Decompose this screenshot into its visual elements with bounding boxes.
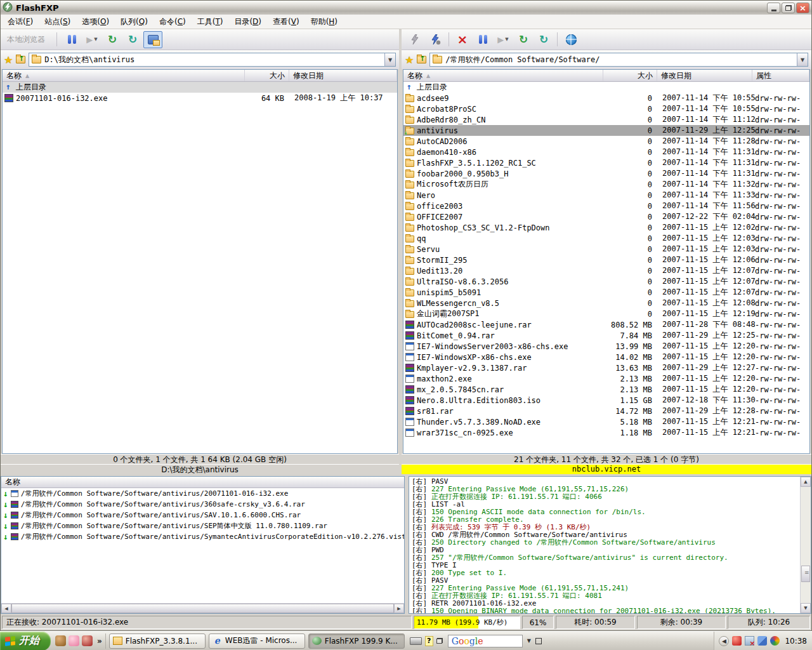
- help-icon[interactable]: ?: [425, 636, 433, 646]
- pause-button[interactable]: [62, 31, 81, 48]
- menu-item[interactable]: 命令(C): [154, 15, 192, 29]
- refresh-button[interactable]: ↻: [123, 31, 142, 48]
- column-header-date[interactable]: 修改日期: [289, 70, 397, 81]
- file-row[interactable]: Uedit13.2002007-11-15 上午 12:07drw-rw-rw-: [403, 265, 809, 276]
- local-path-dropdown[interactable]: ▼: [384, 53, 395, 66]
- restore-toolbar-icon[interactable]: [436, 638, 443, 644]
- file-row[interactable]: 上层目录: [403, 82, 809, 93]
- file-row[interactable]: UltraISO-v8.6.3.205602007-11-15 上午 12:07…: [403, 276, 809, 287]
- file-row[interactable]: acdsee902007-11-14 下午 10:55drw-rw-rw-: [403, 93, 809, 103]
- file-row[interactable]: Acrobat8ProSC02007-11-14 下午 10:55drw-rw-…: [403, 103, 809, 114]
- folder-up-icon[interactable]: [16, 56, 25, 63]
- menu-item[interactable]: 队列(Q): [115, 15, 154, 29]
- queue-item[interactable]: ↓/常用软件/Common Software/Software/antiviru…: [1, 488, 404, 499]
- file-row[interactable]: Microsoft农历日历02007-11-14 下午 11:32drw-rw-…: [403, 179, 809, 190]
- taskbar-task-button[interactable]: FlashFXP_3.3.8.1...: [109, 633, 206, 649]
- scroll-track[interactable]: [801, 487, 811, 603]
- file-row[interactable]: WLMessengercn_v8.502007-11-15 上午 12:08dr…: [403, 298, 809, 308]
- remote-path-dropdown[interactable]: ▼: [797, 53, 808, 66]
- go-button[interactable]: ▶▼: [82, 31, 102, 48]
- quick-connect-button[interactable]: [405, 31, 424, 48]
- menu-item[interactable]: 站点(S): [39, 15, 76, 29]
- file-row[interactable]: antivirus02007-11-29 上午 12:25drw-rw-rw-: [403, 125, 809, 136]
- file-row[interactable]: qq02007-11-15 上午 12:03drw-rw-rw-: [403, 233, 809, 244]
- menu-item[interactable]: 会话(F): [2, 15, 39, 29]
- scroll-left-icon[interactable]: ◀: [1, 604, 11, 613]
- queue-item[interactable]: ↓/常用软件/Common Software/Software/antiviru…: [1, 510, 404, 521]
- scroll-up-icon[interactable]: ▲: [801, 477, 811, 487]
- file-row[interactable]: sr81.rar14.72 MB2007-11-29 上午 12:28-rw-r…: [403, 406, 809, 416]
- swirl-tray-icon[interactable]: [770, 636, 780, 646]
- scroll-thumb[interactable]: [801, 566, 810, 582]
- file-row[interactable]: Servu02007-11-15 上午 12:03drw-rw-rw-: [403, 244, 809, 255]
- file-row[interactable]: IE7-WindowsServer2003-x86-chs.exe13.99 M…: [403, 341, 809, 352]
- taskbar-task-button[interactable]: eWEB迅雷 - Micros...: [209, 633, 305, 649]
- pause-button[interactable]: [473, 31, 492, 48]
- refresh-button[interactable]: ↻: [534, 31, 553, 48]
- queue-hscrollbar[interactable]: ◀ ▶: [1, 603, 404, 613]
- file-row[interactable]: unispim5_b509102007-11-15 上午 12:07drw-rw…: [403, 287, 809, 298]
- file-row[interactable]: 20071101-016-i32.exe64 KB2008-1-19 上午 10…: [3, 93, 397, 103]
- minimize-button[interactable]: [767, 3, 780, 13]
- folder-up-icon[interactable]: [417, 56, 426, 63]
- file-row[interactable]: daemon410-x8602007-11-14 下午 11:31drw-rw-…: [403, 147, 809, 157]
- menu-item[interactable]: 查看(V): [267, 15, 305, 29]
- menu-item[interactable]: 目录(D): [228, 15, 267, 29]
- menu-item[interactable]: 选项(O): [76, 15, 115, 29]
- transfer-button[interactable]: ↻: [103, 31, 122, 48]
- file-row[interactable]: 上层目录: [3, 82, 397, 93]
- column-header-name[interactable]: 名称▲: [3, 70, 245, 81]
- file-row[interactable]: Kmplayer-v2.9.3.1387.rar13.63 MB2007-11-…: [403, 362, 809, 373]
- google-toolbar-icon[interactable]: [535, 638, 542, 644]
- file-row[interactable]: foobar2000_0.950b3_H02007-11-14 下午 11:31…: [403, 168, 809, 179]
- local-path-text[interactable]: D:\我的文档\antivirus: [44, 55, 381, 65]
- qq-icon[interactable]: [69, 635, 79, 646]
- file-row[interactable]: AUTOcad2008sc-leejune.rar808.52 MB2007-1…: [403, 319, 809, 330]
- transfer-button[interactable]: ↻: [514, 31, 533, 48]
- queue-item[interactable]: ↓/常用软件/Common Software/Software/antiviru…: [1, 499, 404, 510]
- file-row[interactable]: OFFICE200702007-12-22 下午 02:04drw-rw-rw-: [403, 211, 809, 222]
- column-header-name[interactable]: 名称▲: [403, 70, 603, 81]
- remote-path-text[interactable]: /常用软件/Common Software/Software/: [445, 55, 794, 65]
- taskbar-task-button[interactable]: FlashFXP 199.9 K...: [308, 633, 405, 649]
- file-row[interactable]: Thunder.v5.7.3.389.NoAD.exe5.18 MB2007-1…: [403, 416, 809, 427]
- msn-tray-icon[interactable]: [757, 636, 767, 646]
- scroll-right-icon[interactable]: ▶: [394, 604, 404, 613]
- local-path-combo[interactable]: D:\我的文档\antivirus ▼: [29, 53, 396, 67]
- start-button[interactable]: 开始: [0, 632, 51, 650]
- menu-item[interactable]: 工具(T): [192, 15, 229, 29]
- column-header-size[interactable]: 大小: [245, 70, 289, 81]
- file-row[interactable]: Photoshop_CS3_SC_V1.2-FtpDown02007-11-15…: [403, 222, 809, 233]
- file-row[interactable]: 金山词霸2007SP102007-11-15 上午 12:19drw-rw-rw…: [403, 308, 809, 319]
- bookmark-star-icon[interactable]: ★: [405, 54, 414, 66]
- log-vscrollbar[interactable]: ▲ ▼: [800, 477, 811, 613]
- remote-path-combo[interactable]: /常用软件/Common Software/Software/ ▼: [429, 53, 808, 67]
- file-row[interactable]: office200302007-11-14 下午 11:56drw-rw-rw-: [403, 201, 809, 211]
- keyboard-icon[interactable]: [410, 637, 422, 645]
- media-icon[interactable]: [82, 635, 93, 646]
- scroll-down-icon[interactable]: ▼: [801, 603, 811, 613]
- quick-launch-overflow-icon[interactable]: »: [97, 637, 102, 646]
- tray-collapse-icon[interactable]: ◀: [719, 636, 729, 646]
- scroll-thumb[interactable]: [11, 604, 394, 613]
- column-header-date[interactable]: 修改日期: [657, 70, 752, 81]
- browser-button[interactable]: [143, 31, 162, 48]
- neterr-tray-icon[interactable]: [745, 636, 754, 646]
- column-header-attr[interactable]: 属性: [752, 70, 809, 81]
- file-row[interactable]: StormII_29502007-11-15 上午 12:06drw-rw-rw…: [403, 255, 809, 265]
- abort-button[interactable]: ×: [453, 31, 472, 48]
- go-button[interactable]: ▶▼: [494, 31, 513, 48]
- file-row[interactable]: mx_2.0.5.7845cn.rar2.13 MB2007-11-15 上午 …: [403, 384, 809, 395]
- file-row[interactable]: AdbeRdr80_zh_CN02007-11-14 下午 11:12drw-r…: [403, 114, 809, 125]
- file-row[interactable]: wrar371sc_cn-0925.exe1.18 MB2007-11-15 上…: [403, 427, 809, 438]
- google-search-box[interactable]: Google: [448, 635, 523, 647]
- file-row[interactable]: Nero02007-11-14 下午 11:33drw-rw-rw-: [403, 190, 809, 201]
- column-header-size[interactable]: 大小: [603, 70, 657, 81]
- file-row[interactable]: FlashFXP_3.5.1.1202_RC1_SC02007-11-14 下午…: [403, 157, 809, 168]
- netants-icon[interactable]: [55, 635, 66, 646]
- file-row[interactable]: BitComet_0.94.rar7.84 MB2007-11-29 上午 12…: [403, 330, 809, 341]
- web-button[interactable]: [561, 31, 580, 48]
- file-row[interactable]: AutoCAD200602007-11-14 下午 11:28drw-rw-rw…: [403, 136, 809, 147]
- queue-item[interactable]: ↓/常用软件/Common Software/Software/antiviru…: [1, 521, 404, 531]
- close-button[interactable]: ×: [796, 3, 809, 13]
